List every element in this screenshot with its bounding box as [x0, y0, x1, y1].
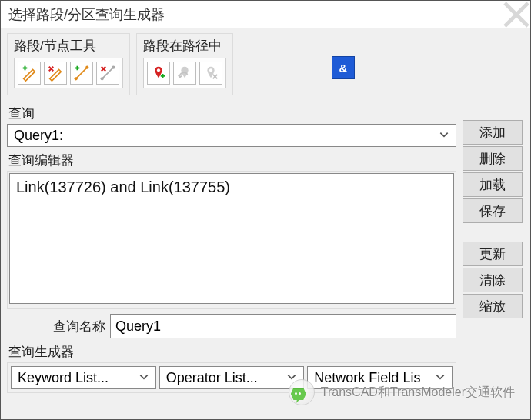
network-field-list-value: Network Field Lis	[314, 370, 420, 386]
zoom-button-label: 缩放	[479, 298, 506, 315]
and-operator-label: &	[339, 62, 348, 75]
pin-plus-icon	[150, 65, 167, 82]
save-button-label: 保存	[479, 202, 506, 220]
link-node-tools-buttons	[14, 58, 123, 88]
delete-button-label: 删除	[479, 150, 506, 168]
query-name-row: 查询名称	[7, 314, 456, 338]
pencil-plus-icon	[21, 65, 38, 82]
close-button[interactable]	[503, 2, 530, 28]
undo-pin-tool[interactable]	[173, 62, 196, 85]
query-name-input[interactable]	[110, 314, 456, 338]
close-icon	[503, 1, 530, 28]
right-column: 添加 删除 加载 保存 更新 清除 缩放	[463, 102, 523, 393]
chevron-down-icon	[286, 370, 297, 386]
and-operator-button[interactable]: &	[332, 56, 355, 79]
svg-point-0	[75, 77, 78, 80]
main-row: 查询 Query1: 查询编辑器 查询名称 查	[7, 102, 524, 393]
window-title: 选择路段/分区查询生成器	[8, 5, 165, 24]
operator-list-combobox[interactable]: Operator List...	[159, 366, 305, 389]
keyword-list-combobox[interactable]: Keyword List...	[11, 366, 156, 389]
pin-x-icon	[202, 65, 219, 82]
line-plus-icon	[73, 65, 90, 82]
query-combobox[interactable]: Query1:	[7, 124, 456, 147]
svg-point-4	[157, 68, 160, 72]
app-window: 选择路段/分区查询生成器 路段/节点工具	[0, 0, 531, 420]
svg-point-1	[85, 66, 88, 69]
left-column: 查询 Query1: 查询编辑器 查询名称 查	[7, 102, 456, 393]
query-section-label: 查询	[8, 105, 456, 122]
and-operator-wrap: &	[239, 33, 355, 95]
keyword-list-value: Keyword List...	[18, 370, 109, 386]
add-node-tool[interactable]	[70, 62, 93, 85]
chevron-down-icon	[439, 128, 449, 144]
load-button[interactable]: 加载	[463, 172, 523, 197]
link-on-path-buttons	[143, 58, 226, 88]
refresh-button[interactable]: 更新	[463, 242, 523, 266]
load-button-label: 加载	[479, 176, 506, 194]
query-combobox-value: Query1:	[14, 128, 63, 144]
clear-button-label: 清除	[479, 272, 506, 289]
link-on-path-label: 路段在路径中	[143, 37, 226, 55]
chevron-down-icon	[435, 370, 446, 386]
query-name-label: 查询名称	[53, 318, 105, 335]
tool-row: 路段/节点工具	[7, 33, 524, 95]
operator-list-value: Operator List...	[166, 370, 258, 386]
zoom-button[interactable]: 缩放	[463, 294, 523, 318]
builder-row: Keyword List... Operator List... Network…	[11, 366, 453, 389]
network-field-list-combobox[interactable]: Network Field Lis	[307, 366, 453, 389]
refresh-button-label: 更新	[479, 245, 506, 263]
spacer	[463, 225, 523, 240]
chevron-down-icon	[139, 370, 149, 386]
client-area: 路段/节点工具	[1, 28, 530, 419]
save-button[interactable]: 保存	[463, 198, 523, 223]
svg-point-3	[112, 66, 115, 69]
link-node-tools-label: 路段/节点工具	[14, 37, 123, 55]
remove-pin-tool[interactable]	[199, 62, 222, 85]
pin-undo-icon	[176, 65, 193, 82]
add-link-tool[interactable]	[18, 62, 41, 85]
delete-link-tool[interactable]	[44, 62, 67, 85]
add-button[interactable]: 添加	[463, 120, 523, 145]
link-node-tools-group: 路段/节点工具	[7, 33, 130, 95]
delete-button[interactable]: 删除	[463, 146, 523, 171]
query-editor-wrap	[7, 171, 456, 309]
delete-node-tool[interactable]	[96, 62, 119, 85]
pencil-x-icon	[47, 65, 64, 82]
link-on-path-group: 路段在路径中	[136, 33, 233, 95]
builder-section-label: 查询生成器	[8, 343, 456, 361]
svg-point-5	[209, 68, 212, 72]
query-editor[interactable]	[9, 173, 454, 304]
titlebar: 选择路段/分区查询生成器	[1, 1, 530, 28]
builder-group: Keyword List... Operator List... Network…	[7, 362, 456, 393]
clear-button[interactable]: 清除	[463, 268, 523, 292]
add-pin-tool[interactable]	[147, 62, 170, 85]
editor-section-label: 查询编辑器	[8, 152, 456, 169]
svg-point-2	[101, 77, 104, 80]
line-x-icon	[99, 65, 116, 82]
add-button-label: 添加	[479, 124, 506, 142]
